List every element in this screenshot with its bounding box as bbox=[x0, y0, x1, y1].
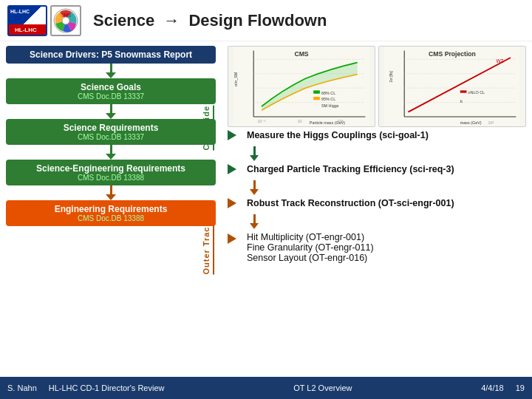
arrow-2 bbox=[103, 104, 118, 119]
chart-1: CMS 68% CL 95% CL SM Higgs σ/σ_SM Partic… bbox=[228, 46, 375, 127]
robust-track-item: Robust Track Reconstruction (OT-sci-engr… bbox=[228, 198, 526, 208]
svg-text:mass (GeV): mass (GeV) bbox=[460, 120, 482, 125]
svg-text:σ/σ_SM: σ/σ_SM bbox=[233, 72, 238, 86]
svg-text:2σ [fb]: 2σ [fb] bbox=[389, 71, 393, 83]
svg-rect-15 bbox=[313, 97, 320, 100]
chart-2-svg: CMS Projection WZ ≥NLO CL b mass (GeV) 1… bbox=[379, 47, 525, 126]
tracking-efficiency-item: Charged Particle Tracking Efficiency (sc… bbox=[228, 164, 526, 174]
robust-track-arrow-icon bbox=[228, 199, 242, 208]
footer-date: 4/4/18 bbox=[481, 383, 504, 392]
left-flowdown-column: Science Drivers: P5 Snowmass Report Scie… bbox=[0, 46, 222, 377]
arrow-1 bbox=[103, 64, 118, 78]
down-arrow-3 bbox=[250, 214, 259, 229]
cms-emblem-icon: CMS bbox=[52, 7, 79, 34]
science-drivers-box: Science Drivers: P5 Snowmass Report bbox=[6, 46, 216, 64]
svg-text:10³: 10³ bbox=[338, 119, 344, 123]
tracking-arrow-icon bbox=[228, 165, 242, 174]
footer-page: 19 bbox=[516, 383, 525, 392]
svg-text:68% CL: 68% CL bbox=[321, 91, 335, 95]
svg-rect-34 bbox=[460, 90, 467, 92]
svg-text:10³: 10³ bbox=[488, 120, 494, 125]
footer-right: 4/4/18 19 bbox=[481, 383, 525, 392]
footer: S. Nahn HL-LHC CD-1 Director's Review OT… bbox=[0, 377, 532, 399]
main-content: Science Drivers: P5 Snowmass Report Scie… bbox=[0, 41, 532, 377]
right-column: CMS 68% CL 95% CL SM Higgs σ/σ_SM Partic… bbox=[222, 46, 532, 377]
logo-area: HL-LHC HL-LHC CMS bbox=[7, 5, 81, 36]
chart-2: CMS Projection WZ ≥NLO CL b mass (GeV) 1… bbox=[378, 46, 526, 127]
chart-area: CMS 68% CL 95% CL SM Higgs σ/σ_SM Partic… bbox=[228, 46, 526, 127]
chart-1-svg: CMS 68% CL 95% CL SM Higgs σ/σ_SM Partic… bbox=[228, 47, 375, 126]
science-goals-box: Science Goals CMS Doc.DB 13337 bbox=[6, 78, 216, 104]
svg-point-4 bbox=[62, 17, 69, 24]
footer-left: S. Nahn HL-LHC CD-1 Director's Review bbox=[7, 383, 165, 392]
svg-text:SM Higgs: SM Higgs bbox=[321, 103, 339, 108]
engineering-items-text: Hit Multiplicity (OT-engr-001) Fine Gran… bbox=[247, 232, 374, 263]
arrow-3 bbox=[103, 145, 118, 160]
svg-rect-13 bbox=[313, 90, 320, 93]
down-arrow-1 bbox=[250, 146, 259, 161]
science-engineering-requirements-box: Science-Engineering Requirements CMS Doc… bbox=[6, 160, 216, 185]
cms-logo: CMS bbox=[50, 5, 81, 36]
footer-topic: OT L2 Overview bbox=[293, 383, 352, 392]
right-flow: Measure the Higgs Couplings (sci-goal-1)… bbox=[228, 130, 526, 267]
header: HL-LHC HL-LHC CMS bbox=[0, 0, 532, 41]
science-requirements-box: Science Requirements CMS Doc.DB 13337 bbox=[6, 119, 216, 145]
svg-text:10⁻¹: 10⁻¹ bbox=[258, 119, 266, 123]
engineering-requirements-box: Engineering Requirements CMS Doc.DB 1338… bbox=[6, 200, 216, 226]
engineering-items: Hit Multiplicity (OT-engr-001) Fine Gran… bbox=[228, 232, 526, 263]
svg-text:HL-LHC: HL-LHC bbox=[15, 27, 37, 33]
down-arrow-2 bbox=[250, 180, 259, 195]
svg-text:CMS: CMS bbox=[294, 50, 308, 58]
svg-text:b: b bbox=[460, 99, 463, 103]
svg-text:WZ: WZ bbox=[496, 58, 503, 64]
engineering-arrow-icon bbox=[228, 234, 242, 243]
hl-lhc-logo: HL-LHC HL-LHC bbox=[7, 5, 47, 36]
svg-text:10: 10 bbox=[298, 119, 302, 123]
arrow-4 bbox=[103, 185, 118, 200]
svg-text:95% CL: 95% CL bbox=[321, 97, 335, 101]
footer-event: HL-LHC CD-1 Director's Review bbox=[49, 383, 165, 392]
higgs-arrow-icon bbox=[228, 131, 242, 140]
higgs-coupling-item: Measure the Higgs Couplings (sci-goal-1) bbox=[228, 130, 526, 140]
footer-author: S. Nahn bbox=[7, 383, 37, 392]
svg-text:≥NLO CL: ≥NLO CL bbox=[468, 90, 485, 95]
svg-text:CMS Projection: CMS Projection bbox=[429, 50, 476, 58]
page-title: Science → Design Flowdown bbox=[93, 11, 327, 30]
